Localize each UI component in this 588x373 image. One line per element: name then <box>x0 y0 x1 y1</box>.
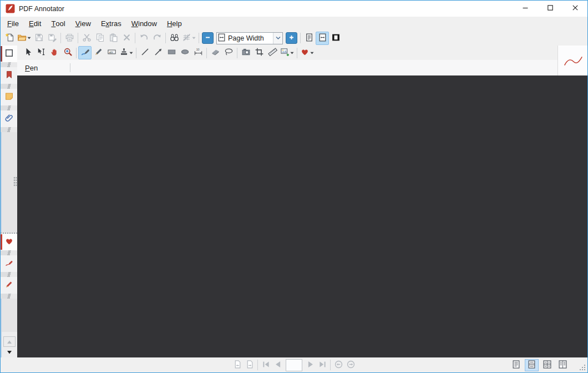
print-button[interactable] <box>63 32 76 45</box>
hand-tool-button[interactable] <box>48 46 61 59</box>
select-tool-button[interactable] <box>21 46 34 59</box>
dropdown-caret-icon[interactable] <box>310 51 314 55</box>
page-number-input[interactable] <box>286 359 302 371</box>
manage-annotations-button[interactable] <box>181 32 197 45</box>
combo-dropdown-arrow[interactable] <box>273 33 282 44</box>
menu-window[interactable]: Window <box>126 17 162 31</box>
paste-button[interactable] <box>107 32 120 45</box>
last-page-button[interactable] <box>316 359 328 371</box>
facing-view-button[interactable] <box>556 359 570 371</box>
heart-icon <box>4 236 14 248</box>
next-page-button[interactable] <box>304 359 316 371</box>
previous-document-button[interactable] <box>231 359 244 371</box>
pen-style-preview[interactable] <box>557 46 587 75</box>
forward-button[interactable] <box>344 359 357 371</box>
first-page-button[interactable] <box>260 359 272 371</box>
continuous-view-button[interactable] <box>525 359 539 371</box>
minimize-button[interactable] <box>513 1 538 17</box>
eraser-tool-button[interactable] <box>209 46 222 59</box>
delete-button[interactable] <box>120 32 133 45</box>
sidebar-tab-favorites-presets[interactable] <box>1 234 17 250</box>
toolbar-separator <box>199 33 199 43</box>
favorites-tool-button[interactable] <box>299 46 315 59</box>
save-as-button[interactable] <box>45 32 59 45</box>
next-document-button[interactable] <box>244 359 256 371</box>
menu-extras[interactable]: Extras <box>96 17 126 31</box>
sidebar-tab-page-thumbnails[interactable] <box>1 46 17 62</box>
ellipse-tool-button[interactable] <box>178 46 191 59</box>
zoom-in-icon <box>288 34 295 42</box>
stamp-tool-button[interactable] <box>118 46 134 59</box>
fit-width-button[interactable] <box>316 32 329 45</box>
next-document-icon <box>245 360 255 371</box>
menu-help[interactable]: Help <box>162 17 187 31</box>
toolbar-separator <box>300 33 301 43</box>
stamp-tool-icon <box>119 47 129 58</box>
close-button[interactable] <box>562 1 587 17</box>
single-page-view-button[interactable] <box>509 359 523 371</box>
text-select-tool-button[interactable] <box>34 46 48 59</box>
svg-text:abl: abl <box>109 51 113 54</box>
text-box-tool-button[interactable]: abl <box>105 46 118 59</box>
favorites-tool-icon <box>300 47 310 58</box>
toolbar-separator <box>237 48 237 58</box>
maximize-icon <box>547 4 554 13</box>
copy-button[interactable] <box>93 32 107 45</box>
save-button[interactable] <box>32 32 45 45</box>
snapshot-tool-button[interactable] <box>239 46 252 59</box>
zoom-out-button[interactable] <box>202 32 214 44</box>
new-document-button[interactable] <box>3 32 16 45</box>
lasso-tool-button[interactable] <box>222 46 235 59</box>
sidebar-tab-annotations-notes[interactable] <box>1 89 17 105</box>
pen-tool-button[interactable] <box>78 46 92 59</box>
scroll-down-button[interactable] <box>3 348 16 356</box>
resize-grip[interactable] <box>579 364 586 371</box>
undo-button[interactable] <box>137 32 150 45</box>
dimension-tool-button[interactable]: 10 <box>191 46 205 59</box>
find-button[interactable] <box>168 32 181 45</box>
continuous-facing-view-button[interactable] <box>540 359 554 371</box>
line-tool-button[interactable] <box>138 46 151 59</box>
rectangle-tool-button[interactable] <box>165 46 178 59</box>
dropdown-caret-icon[interactable] <box>192 36 196 40</box>
redo-button[interactable] <box>150 32 164 45</box>
splitter-handle[interactable] <box>13 177 17 187</box>
text-box-tool-icon: abl <box>107 47 116 58</box>
zoom-in-button[interactable] <box>286 32 297 44</box>
menu-tool[interactable]: Tool <box>46 17 70 31</box>
scroll-up-button[interactable] <box>3 336 16 347</box>
add-image-tool-button[interactable] <box>279 46 295 59</box>
zoom-tool-button[interactable] <box>61 46 74 59</box>
copy-icon <box>95 33 105 44</box>
menu-view[interactable]: View <box>70 17 96 31</box>
dropdown-caret-icon[interactable] <box>129 51 133 55</box>
fit-page-icon <box>305 33 314 44</box>
fit-page-button[interactable] <box>302 32 316 45</box>
zoom-level-select[interactable]: Page Width <box>216 32 283 44</box>
maximize-button[interactable] <box>538 1 562 17</box>
marker-tool-button[interactable] <box>92 46 105 59</box>
tab-divider <box>1 84 17 89</box>
sidebar-tab-attachments[interactable] <box>1 110 17 127</box>
open-document-icon <box>17 33 27 44</box>
cut-button[interactable] <box>80 32 93 45</box>
cut-icon <box>82 33 92 44</box>
dropdown-caret-icon[interactable] <box>290 51 294 55</box>
full-screen-button[interactable] <box>329 32 342 45</box>
document-canvas[interactable] <box>17 75 587 357</box>
sidebar-tab-bookmarks[interactable] <box>1 67 17 84</box>
save-icon <box>34 33 44 44</box>
menu-edit[interactable]: Edit <box>24 17 46 31</box>
previous-page-button[interactable] <box>272 359 284 371</box>
menu-file[interactable]: File <box>2 17 24 31</box>
crop-tool-button[interactable] <box>252 46 266 59</box>
dropdown-caret-icon[interactable] <box>27 36 31 40</box>
sidebar-tab-pen-presets[interactable] <box>1 255 17 272</box>
svg-text:10: 10 <box>196 48 199 51</box>
open-document-button[interactable] <box>16 32 32 45</box>
tab-divider <box>1 105 17 110</box>
back-button[interactable] <box>332 359 344 371</box>
arrow-tool-button[interactable] <box>151 46 165 59</box>
ruler-tool-button[interactable] <box>266 46 279 59</box>
sidebar-tab-marker-presets[interactable] <box>1 277 17 294</box>
